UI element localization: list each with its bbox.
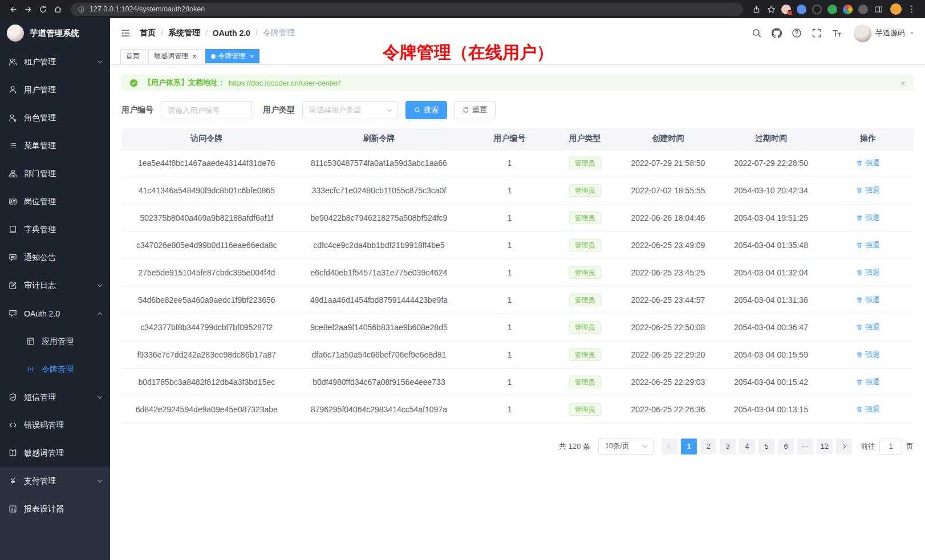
page-button[interactable]: 3: [720, 439, 736, 455]
url-text: 127.0.0.1:1024/system/oauth2/token: [90, 5, 205, 13]
access-token-cell: f9336e7c7dd242a283ee98dc86b17a87: [121, 341, 292, 368]
page-button[interactable]: 5: [758, 439, 774, 455]
font-size-icon[interactable]: [831, 28, 842, 38]
user-icon: [9, 86, 17, 94]
refresh-token-cell: b0df4980ffd34c67a08f9156e4eee733: [292, 368, 466, 396]
sidebar-item[interactable]: OAuth 2.0: [0, 299, 110, 327]
goto-page-input[interactable]: [879, 439, 902, 455]
extension-icon[interactable]: [827, 5, 837, 14]
tab[interactable]: 令牌管理 ×: [205, 49, 260, 63]
page-button[interactable]: ···: [797, 439, 813, 455]
force-logout-button[interactable]: 强退: [856, 295, 880, 305]
force-logout-button[interactable]: 强退: [856, 322, 880, 332]
sidebar-item[interactable]: 岗位管理: [0, 188, 110, 216]
force-logout-button[interactable]: 强退: [856, 185, 880, 196]
address-bar[interactable]: 127.0.0.1:1024/system/oauth2/token: [71, 3, 743, 16]
sidebar-item[interactable]: 审计日志: [0, 271, 110, 299]
force-logout-button[interactable]: 强退: [856, 240, 880, 250]
sidebar-item[interactable]: 支付管理: [0, 467, 110, 495]
sidebar-item[interactable]: 角色管理: [0, 104, 110, 132]
force-logout-button[interactable]: 强退: [856, 267, 880, 278]
sidebar-item[interactable]: 租户管理: [0, 48, 110, 76]
extension-icon[interactable]: [797, 5, 806, 14]
sidebar-item[interactable]: 菜单管理: [0, 132, 110, 160]
breadcrumb-item[interactable]: OAuth 2.0: [200, 29, 250, 38]
force-logout-button[interactable]: 强退: [856, 350, 880, 360]
extension-icon[interactable]: [843, 5, 853, 14]
force-logout-button[interactable]: 强退: [856, 213, 880, 223]
force-logout-button[interactable]: 强退: [856, 377, 880, 387]
browser-reload-button[interactable]: [35, 2, 50, 17]
tab-close-icon[interactable]: ×: [250, 52, 254, 60]
sidebar-item[interactable]: 敏感词管理: [0, 439, 110, 467]
page-button[interactable]: 6: [778, 439, 794, 455]
bookmark-star-icon[interactable]: [764, 2, 778, 17]
sidebar-item[interactable]: 令牌管理: [0, 355, 110, 383]
role-icon: [9, 113, 17, 122]
user-type-cell: 管理员: [553, 286, 616, 314]
refresh-token-cell: dfa6c71a50a54c66bef706ef9e6e8d81: [292, 341, 466, 368]
user-type-select[interactable]: 请选择用户类型: [302, 101, 398, 119]
share-icon[interactable]: [749, 2, 764, 17]
sidebar-item[interactable]: 通知公告: [0, 244, 110, 271]
force-logout-button[interactable]: 强退: [856, 158, 880, 168]
sidebar-item[interactable]: 应用管理: [0, 327, 110, 355]
tab[interactable]: 首页 ×: [120, 49, 145, 63]
extension-icon[interactable]: [812, 5, 822, 14]
sidebar-item[interactable]: 错误码管理: [0, 411, 110, 439]
force-logout-button[interactable]: 强退: [856, 404, 880, 415]
breadcrumb-item[interactable]: 首页: [140, 28, 156, 38]
search-icon[interactable]: [752, 28, 762, 38]
browser-back-button[interactable]: [6, 2, 21, 17]
table-row: 1ea5e44f8bc1467aaede43144f31de76 811c530…: [121, 149, 914, 177]
extension-icon[interactable]: [858, 5, 868, 14]
trash-icon: [856, 160, 863, 167]
sidebar-item[interactable]: 短信管理: [0, 383, 110, 411]
table-row: 6d842e2924594de9a09e45e087323abe 8796295…: [121, 396, 914, 423]
site-info-icon[interactable]: [78, 6, 85, 13]
alert-close-icon[interactable]: ×: [900, 79, 906, 87]
user-id-cell: 1: [466, 149, 553, 177]
github-icon[interactable]: [772, 28, 782, 38]
browser-menu-icon[interactable]: ⋮: [904, 2, 919, 17]
doc-link[interactable]: https://doc.iocoder.cn/user-center/: [229, 79, 340, 87]
sidebar-item[interactable]: 字典管理: [0, 216, 110, 244]
next-page-button[interactable]: [836, 439, 852, 455]
browser-profile-avatar[interactable]: [890, 3, 902, 15]
app-logo[interactable]: 芋道管理系统: [0, 18, 110, 48]
search-button[interactable]: 搜索: [405, 101, 447, 119]
page-button[interactable]: 1: [681, 439, 697, 455]
side-panel-icon[interactable]: [871, 2, 886, 17]
refresh-token-cell: 333ecfc71e02480cb11055c875c3ca0f: [292, 177, 466, 204]
access-token-cell: c347026e805e4d99b0d116eae66eda8c: [121, 232, 292, 259]
expire-time-cell: 2054-03-10 20:42:34: [720, 177, 823, 204]
prev-page-button[interactable]: [662, 439, 677, 455]
help-icon[interactable]: [792, 28, 802, 38]
refresh-token-cell: e6cfd40eb1f54571a31e775e039c4624: [292, 259, 466, 286]
page-button[interactable]: 12: [817, 439, 833, 455]
chevron-right-icon: [841, 444, 846, 449]
sidebar-item[interactable]: 报表设计器: [0, 495, 110, 523]
sidebar-toggle[interactable]: [120, 28, 131, 38]
chevron-down-icon: [643, 443, 647, 448]
breadcrumb-item[interactable]: 系统管理: [156, 28, 200, 38]
page-button[interactable]: 4: [739, 439, 755, 455]
extension-icon[interactable]: [781, 5, 791, 14]
tab-close-icon[interactable]: ×: [192, 52, 197, 60]
browser-home-button[interactable]: [50, 2, 65, 17]
breadcrumb-item[interactable]: 令牌管理: [250, 28, 295, 38]
page-button[interactable]: 2: [700, 439, 716, 455]
tab[interactable]: 敏感词管理 ×: [148, 49, 202, 63]
user-type-badge: 管理员: [569, 266, 601, 279]
browser-forward-button[interactable]: [21, 2, 35, 17]
sidebar-item[interactable]: 用户管理: [0, 76, 110, 104]
trash-icon: [856, 297, 863, 303]
reset-button[interactable]: 重置: [454, 101, 496, 119]
fullscreen-icon[interactable]: [812, 28, 822, 38]
page-size-select[interactable]: 10条/页: [598, 439, 654, 455]
sidebar-item[interactable]: 部门管理: [0, 160, 110, 188]
user-id-input[interactable]: [161, 101, 252, 119]
user-menu[interactable]: 芋道源码: [854, 25, 915, 42]
user-name: 芋道源码: [875, 28, 905, 38]
trash-icon: [856, 242, 863, 249]
